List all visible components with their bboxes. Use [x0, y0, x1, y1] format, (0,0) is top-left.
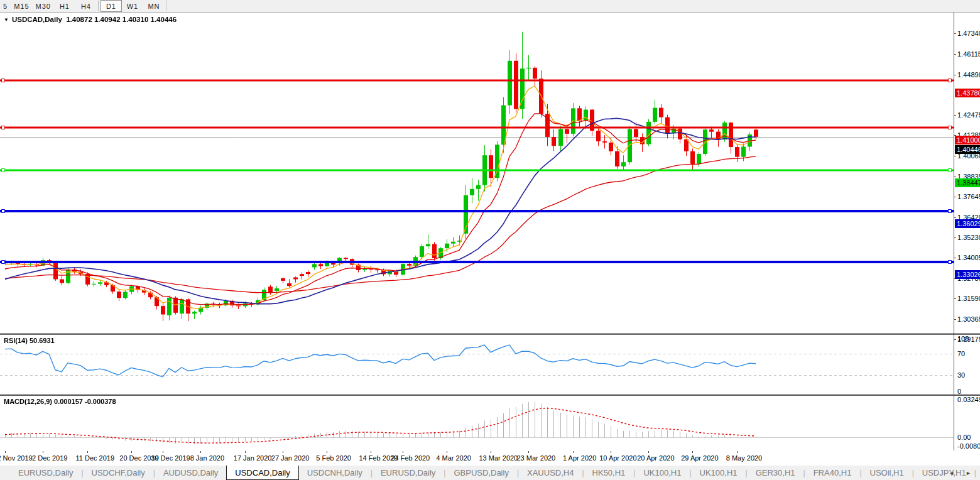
date-tick: [5, 451, 6, 453]
date-tick: [87, 451, 88, 453]
date-tick-label: 13 Mar 2020: [479, 454, 518, 462]
date-tick-label: 1 Apr 2020: [563, 454, 596, 462]
rsi-label: RSI(14) 50.6931: [4, 337, 55, 344]
price-tick-label: 1.29175: [957, 335, 980, 343]
date-axis[interactable]: 22 Nov 20192 Dec 201911 Dec 201920 Dec 2…: [0, 451, 980, 465]
date-tick: [371, 451, 371, 453]
date-tick: [648, 451, 649, 453]
date-tick: [163, 451, 163, 453]
price-tick-label: 1.34005: [957, 254, 980, 261]
timeframe-button-d1[interactable]: D1: [101, 0, 122, 12]
macd-canvas[interactable]: [0, 396, 954, 450]
timeframe-button-w1[interactable]: W1: [122, 0, 143, 12]
macd-scale-label: 0.032493: [957, 396, 980, 403]
price-tick-label: 1.35230: [957, 234, 980, 241]
price-tick-label: 1.46115: [957, 50, 980, 58]
timeframe-button-m30[interactable]: M30: [33, 0, 54, 12]
symbol-tab-usoil-h1[interactable]: USOil,H1: [862, 466, 912, 480]
date-tick: [200, 451, 201, 453]
date-tick: [131, 451, 132, 453]
date-tick: [43, 451, 43, 453]
date-tick: [403, 451, 403, 453]
price-tick: [954, 217, 956, 218]
date-tick-label: 29 Apr 2020: [681, 454, 718, 462]
rsi-canvas[interactable]: [0, 335, 954, 394]
date-tick: [491, 451, 491, 453]
date-tick-label: 17 Jan 2020: [234, 454, 272, 462]
date-tick-label: 8 May 2020: [726, 454, 762, 462]
price-level-badge: 1.43780: [955, 89, 980, 97]
price-level-badge: 1.41000: [955, 136, 980, 145]
symbol-tab-usdcad-daily[interactable]: USDCAD,Daily: [226, 466, 298, 480]
date-tick-label: 11 Dec 2019: [76, 454, 115, 462]
price-tick: [954, 177, 956, 177]
symbol-tab-gbpusd-daily[interactable]: GBPUSD,Daily: [445, 466, 516, 480]
date-tick-label: 30 Dec 2019: [151, 454, 190, 462]
date-tick-label: 20 Apr 2020: [637, 454, 674, 462]
price-level-badge: 1.38447: [955, 178, 980, 187]
date-tick-label: 27 Jan 2020: [271, 454, 310, 462]
timeframe-button-m15[interactable]: M15: [11, 0, 32, 12]
date-tick-label: 4 Mar 2020: [436, 454, 471, 462]
timeframe-button-mn[interactable]: MN: [143, 0, 165, 12]
symbol-tab-bar: EURUSD,Daily|USDCHF,Daily|AUDUSD,DailyUS…: [0, 465, 980, 480]
date-tick-label: 24 Feb 2020: [391, 454, 430, 462]
symbol-tab-uk100-h1[interactable]: UK100,H1: [635, 466, 689, 480]
symbol-tab-usdchf-daily[interactable]: USDCHF,Daily: [84, 466, 153, 480]
tab-scroll-left-icon[interactable]: ◄: [949, 470, 954, 476]
symbol-dropdown-arrow[interactable]: ▼: [4, 17, 9, 23]
main-price-pane: ▼USDCAD,Daily 1.40872 1.40942 1.40310 1.…: [0, 13, 954, 333]
date-tick: [528, 451, 529, 453]
chart-window: ▼USDCAD,Daily 1.40872 1.40942 1.40310 1.…: [0, 13, 980, 465]
price-chart-canvas[interactable]: [0, 13, 954, 333]
rsi-scale-label: 70: [957, 350, 965, 357]
price-tick-label: 1.44890: [957, 71, 980, 79]
price-tick: [954, 197, 956, 197]
price-tick: [954, 258, 956, 258]
symbol-tab-ger30-h1[interactable]: GER30,H1: [748, 466, 803, 480]
symbol-tab-fra40-h1[interactable]: FRA40,H1: [805, 466, 860, 480]
date-tick-label: 2 Dec 2019: [32, 454, 67, 462]
symbol-tab-usdcnh-daily[interactable]: USDCNH,Daily: [299, 466, 371, 480]
date-tick: [692, 451, 693, 453]
date-tick-label: 22 Nov 2019: [0, 454, 33, 462]
symbol-tab-audusd-daily[interactable]: AUDUSD,Daily: [155, 466, 226, 480]
rsi-pane: RSI(14) 50.6931 10070300: [0, 335, 954, 394]
symbol-tab-uk100-h1[interactable]: UK100,H1: [692, 466, 746, 480]
macd-scale-label: -0.008086: [957, 442, 980, 450]
symbol-tab-xauusd-h4[interactable]: XAUUSD,H4: [519, 466, 582, 480]
price-tick: [954, 115, 956, 116]
symbol-tab-eurusd-daily[interactable]: EURUSD,Daily: [10, 466, 81, 480]
mt4-terminal: { "toolbar": { "timeframes": [ {"label":…: [0, 0, 980, 480]
rsi-scale-label: 30: [957, 371, 965, 379]
timeframe-toolbar: 5M15M30H1H4D1W1MN: [0, 0, 980, 13]
price-level-badge: 1.40446: [955, 145, 980, 154]
date-tick: [611, 451, 611, 453]
price-tick-label: 1.37645: [957, 193, 980, 200]
price-tick: [954, 75, 956, 75]
macd-label: MACD(12,26,9) 0.000157 -0.000378: [4, 398, 116, 405]
timeframe-button-h4[interactable]: H4: [75, 0, 97, 12]
price-level-badge: 1.36029: [955, 219, 980, 228]
price-level-badge: 1.33026: [955, 270, 980, 279]
timeframe-button-5[interactable]: 5: [0, 0, 11, 12]
date-tick-label: 5 Feb 2020: [316, 454, 351, 462]
price-tick: [954, 319, 956, 320]
date-tick: [447, 451, 447, 453]
macd-scale-label: 0.00: [957, 434, 971, 441]
macd-pane: MACD(12,26,9) 0.000157 -0.000378 0.03249…: [0, 396, 954, 450]
tab-scroll-nav: ◄ ►: [949, 466, 971, 480]
price-tick-label: 1.31590: [957, 295, 980, 302]
toolbar-separator: [166, 1, 167, 11]
date-tick-label: 8 Jan 2020: [190, 454, 224, 462]
chart-title: ▼USDCAD,Daily 1.40872 1.40942 1.40310 1.…: [4, 16, 177, 23]
symbol-tab-dj30-h1[interactable]: DJ30,H1: [976, 466, 980, 480]
date-tick: [737, 451, 738, 453]
date-tick: [283, 451, 283, 453]
toolbar-separator: [98, 1, 99, 11]
symbol-tab-eurusd-daily[interactable]: EURUSD,Daily: [373, 466, 444, 480]
timeframe-button-h1[interactable]: H1: [54, 0, 75, 12]
symbol-tab-hk50-h1[interactable]: HK50,H1: [584, 466, 634, 480]
tab-scroll-right-icon[interactable]: ►: [966, 470, 971, 476]
date-tick: [573, 451, 574, 453]
